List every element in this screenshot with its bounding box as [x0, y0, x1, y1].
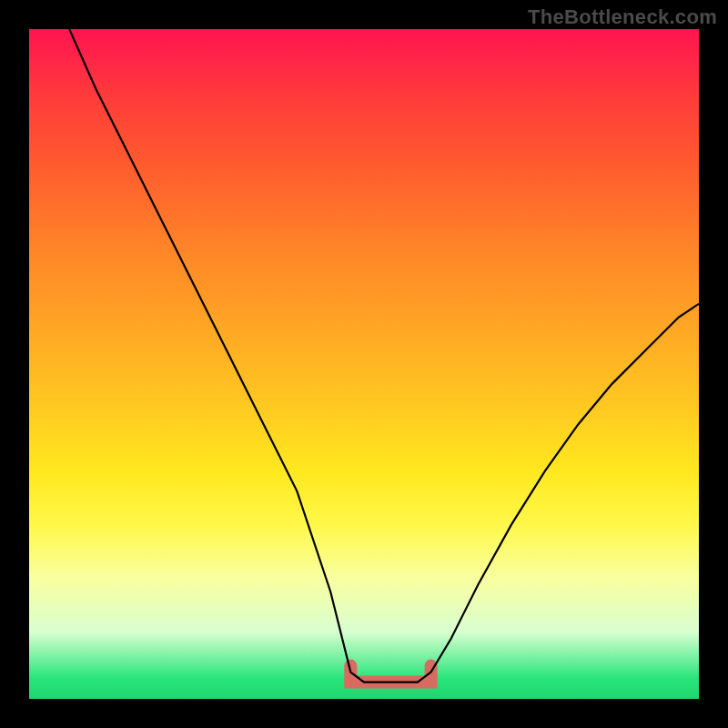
bottleneck-curve	[69, 29, 699, 682]
chart-svg	[29, 29, 699, 699]
watermark-text: TheBottleneck.com	[528, 5, 717, 29]
bottleneck-flat-region	[350, 666, 430, 682]
chart-frame: TheBottleneck.com	[0, 0, 728, 728]
plot-area	[29, 29, 699, 699]
